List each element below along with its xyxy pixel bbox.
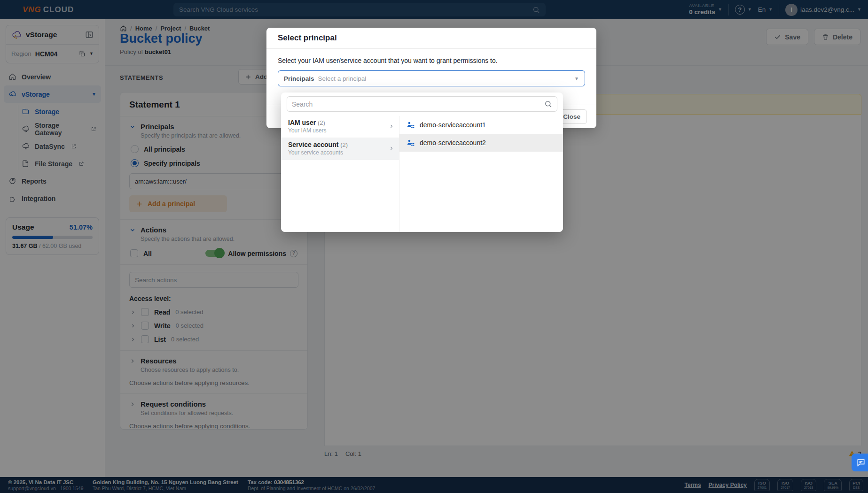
select-label: Principals <box>284 75 314 82</box>
principal-options-list: demo-serviceaccount1 demo-serviceaccount… <box>399 116 563 232</box>
group-service-account[interactable]: Service account (2) Your service account… <box>281 138 399 160</box>
search-icon <box>544 100 552 108</box>
principal-dropdown: IAM user (2) Your IAM users Service acco… <box>281 92 563 232</box>
principal-type-list: IAM user (2) Your IAM users Service acco… <box>281 116 399 232</box>
group-iam-user[interactable]: IAM user (2) Your IAM users <box>281 116 399 138</box>
dropdown-search-input[interactable] <box>292 100 540 108</box>
service-account-icon <box>407 139 415 147</box>
select-placeholder: Select a principal <box>318 75 367 82</box>
modal-description: Select your IAM user/service account tha… <box>278 57 585 64</box>
chevron-right-icon <box>389 123 394 129</box>
page: VNG CLOUD AVAILABLE 0 credits ▼ ? ▼ <box>0 0 868 493</box>
chat-icon <box>856 458 866 467</box>
principals-select[interactable]: Principals Select a principal ▼ <box>278 70 585 86</box>
service-account-icon <box>407 121 415 129</box>
chevron-down-icon: ▼ <box>574 76 579 81</box>
chat-widget-button[interactable] <box>852 454 868 471</box>
dropdown-search[interactable] <box>287 96 557 112</box>
option-demo-serviceaccount2[interactable]: demo-serviceaccount2 <box>399 134 563 152</box>
option-demo-serviceaccount1[interactable]: demo-serviceaccount1 <box>399 116 563 134</box>
modal-title: Select principal <box>266 28 596 49</box>
chevron-right-icon <box>389 146 394 151</box>
